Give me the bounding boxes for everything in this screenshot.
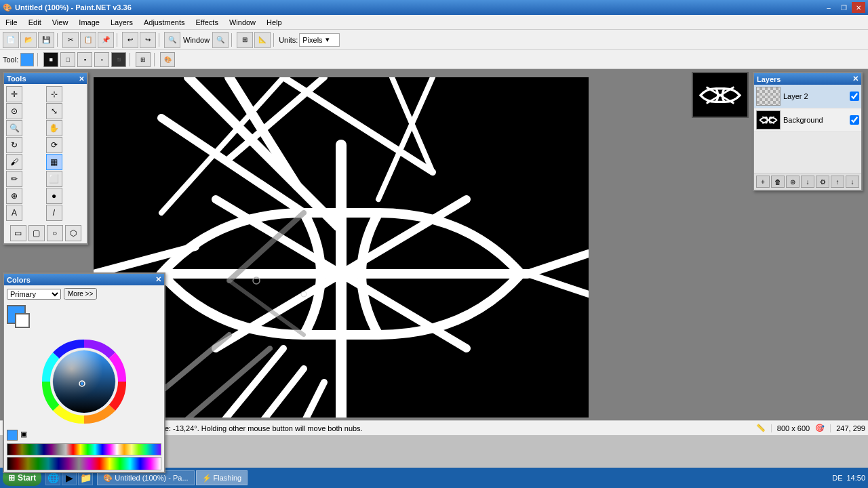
toolbar-sep-5: [273, 33, 276, 47]
copy-button[interactable]: 📋: [80, 32, 96, 48]
colors-close-button[interactable]: ✕: [155, 275, 161, 284]
save-button[interactable]: 💾: [38, 32, 54, 48]
sep2: [130, 53, 132, 66]
canvas-artwork: [94, 77, 589, 418]
color-palette-row[interactable]: [7, 457, 161, 470]
canvas-container[interactable]: [88, 72, 753, 418]
snap-button[interactable]: 📐: [254, 32, 271, 48]
tool-options-toolbar: Tool: ■ □ ▪ ▫ ◾ ⊞ 🎨: [0, 50, 868, 69]
tools-panel: Tools ✕ ✛ ⊹ ⊙ ⤡ 🔍 ✋ ↻ ⟳ 🖌 ▦ ✏ ⬜ ⊕ ●: [3, 72, 88, 245]
more-colors-button[interactable]: More >>: [64, 288, 97, 300]
primary-secondary-select[interactable]: Primary Secondary: [7, 289, 61, 300]
minimize-button[interactable]: –: [822, 2, 835, 13]
tool-eraser[interactable]: ⬜: [46, 171, 62, 187]
layer-background[interactable]: Background: [754, 108, 861, 132]
tool-recolor[interactable]: ●: [46, 188, 62, 204]
redo-button[interactable]: ↪: [140, 32, 156, 48]
tool-3d-rotate[interactable]: ⟳: [46, 137, 62, 153]
tool-ellipse[interactable]: ○: [47, 225, 63, 241]
image-thumbnail: [692, 72, 749, 118]
color-palette-strip[interactable]: [7, 443, 161, 455]
menu-image[interactable]: Image: [73, 15, 105, 29]
layer-2-visibility[interactable]: [850, 92, 859, 101]
tools-titlebar: Tools ✕: [4, 73, 87, 84]
menu-effects[interactable]: Effects: [191, 15, 224, 29]
restore-button[interactable]: ❐: [837, 2, 850, 13]
duplicate-layer-button[interactable]: ⊕: [786, 176, 800, 188]
menu-edit[interactable]: Edit: [23, 15, 47, 29]
layers-close-button[interactable]: ✕: [852, 75, 859, 83]
tool-paint[interactable]: 🖌: [6, 154, 22, 170]
delete-layer-button[interactable]: 🗑: [771, 176, 785, 188]
paint-canvas[interactable]: [94, 77, 589, 418]
tool-freeform[interactable]: ⬡: [65, 225, 81, 241]
color-swatches-area: [4, 302, 164, 335]
mode-btn-1[interactable]: ■: [43, 52, 58, 67]
tool-pan[interactable]: ✋: [46, 120, 62, 136]
tool-line[interactable]: /: [46, 205, 62, 221]
move-layer-down-button[interactable]: ↓: [846, 176, 859, 188]
tool-magic-wand[interactable]: ⊙: [6, 103, 22, 119]
layer-background-visibility[interactable]: [850, 115, 859, 125]
tool-move[interactable]: ✛: [6, 86, 22, 102]
transparency-icon: ▣: [20, 430, 31, 441]
tool-rect[interactable]: ▭: [10, 225, 26, 241]
main-toolbar: 📄 📂 💾 ✂ 📋 📌 ↩ ↪ 🔍 Window 🔍 ⊞ 📐 Units: Pi…: [0, 30, 868, 50]
toolbar-sep-2: [117, 33, 119, 47]
mode-btn-3[interactable]: ▪: [77, 52, 92, 67]
tool-color-swatch[interactable]: [20, 53, 34, 66]
close-button[interactable]: ✕: [852, 2, 865, 13]
tool-rounded-rect[interactable]: ▢: [28, 225, 45, 241]
flashing-label: Flashing: [214, 474, 242, 482]
new-button[interactable]: 📄: [3, 32, 19, 48]
paintnet-icon: 🎨: [103, 474, 113, 483]
units-value: Pixels: [302, 36, 322, 44]
grid-button[interactable]: ⊞: [237, 32, 253, 48]
layers-empty-area: [754, 132, 861, 173]
layers-titlebar: Layers ✕: [754, 73, 861, 85]
app-icon: 🎨: [3, 3, 12, 12]
sep: [37, 53, 40, 66]
current-color-preview: [7, 430, 18, 441]
tool-pencil[interactable]: ✏: [6, 171, 22, 187]
tool-fill[interactable]: ▦: [46, 154, 62, 170]
colors-title: Colors: [7, 276, 31, 284]
tool-lasso[interactable]: ⊹: [46, 86, 62, 102]
units-dropdown[interactable]: Pixels ▾: [299, 33, 340, 47]
mode-btn-2[interactable]: □: [60, 52, 75, 67]
layer-properties-button[interactable]: ⚙: [816, 176, 829, 188]
tool-rotate[interactable]: ↻: [6, 137, 22, 153]
start-label: Start: [18, 473, 36, 483]
open-button[interactable]: 📂: [20, 32, 37, 48]
layer-background-name: Background: [783, 116, 847, 124]
menu-help[interactable]: Help: [261, 15, 288, 29]
menu-view[interactable]: View: [47, 15, 74, 29]
mode-btn-4[interactable]: ▫: [94, 52, 109, 67]
menu-window[interactable]: Window: [224, 15, 261, 29]
grid-mode-btn[interactable]: ⊞: [136, 52, 151, 67]
zoom-in-button[interactable]: 🔍: [164, 32, 180, 48]
menu-adjustments[interactable]: Adjustments: [138, 15, 191, 29]
tool-zoom[interactable]: 🔍: [6, 120, 22, 136]
undo-button[interactable]: ↩: [122, 32, 138, 48]
taskbar-flashing[interactable]: ⚡ Flashing: [196, 470, 248, 485]
tool-select-rect[interactable]: ⤡: [46, 103, 62, 119]
layer-item-2[interactable]: Layer 2: [754, 85, 861, 108]
color-mode-btn[interactable]: 🎨: [160, 52, 175, 67]
mode-btn-5[interactable]: ◾: [111, 52, 126, 67]
menu-layers[interactable]: Layers: [105, 15, 138, 29]
color-wheel-container: [4, 335, 164, 428]
secondary-color-swatch[interactable]: [15, 313, 30, 328]
tool-text[interactable]: A: [6, 205, 22, 221]
move-layer-up-button[interactable]: ↑: [831, 176, 844, 188]
tools-close-button[interactable]: ✕: [79, 75, 84, 83]
merge-layer-button[interactable]: ↓: [801, 176, 814, 188]
zoom-out-button[interactable]: 🔍: [212, 32, 229, 48]
paste-button[interactable]: 📌: [98, 32, 114, 48]
menu-file[interactable]: File: [0, 15, 23, 29]
tool-clone[interactable]: ⊕: [6, 188, 22, 204]
add-layer-button[interactable]: +: [756, 176, 770, 188]
cut-button[interactable]: ✂: [62, 32, 79, 48]
layer-2-name: Layer 2: [783, 92, 847, 100]
color-wheel-svg[interactable]: [40, 338, 128, 426]
